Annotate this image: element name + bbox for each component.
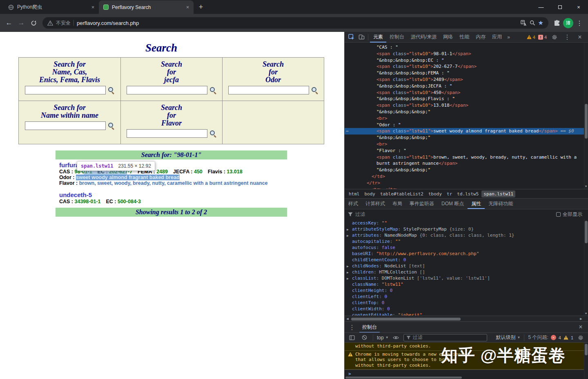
property-row[interactable]: ▶attributes: NamedNodeMap {0: class, cla… [345, 232, 588, 238]
devtools-tab-1[interactable]: 控制台 [386, 32, 408, 43]
dom-line[interactable]: "Odor : " [345, 122, 583, 128]
property-row[interactable]: contentEditable: "inherit" [345, 312, 588, 316]
scrollbar-thumb[interactable] [585, 104, 588, 139]
search-magnifier-icon[interactable] [209, 87, 216, 94]
back-button[interactable]: ← [3, 17, 15, 29]
devtools-menu-icon[interactable]: ⋮ [562, 32, 572, 42]
console-scrollbar[interactable] [584, 343, 588, 379]
elements-subtab-1[interactable]: 计算样式 [362, 199, 389, 209]
scrollbar-thumb[interactable] [585, 344, 588, 355]
property-row[interactable]: className: "lstw11" [345, 281, 588, 287]
extensions-icon[interactable] [552, 18, 562, 28]
property-row[interactable]: ▶children: HTMLCollection [] [345, 269, 588, 275]
breadcrumb-item[interactable]: td.lstw5 [455, 191, 481, 197]
address-bar[interactable]: 不安全 perflavory.com/search.php ★ [42, 17, 548, 29]
breadcrumb-item[interactable]: body [363, 191, 378, 197]
expand-arrow-icon[interactable]: ▶ [347, 269, 349, 276]
browser-tab-python[interactable]: Python爬虫 × [4, 0, 99, 14]
context-selector[interactable]: top▼ [377, 335, 389, 341]
drawer-close-icon[interactable]: × [576, 322, 586, 332]
scrollbar-thumb[interactable] [585, 221, 588, 243]
dom-line[interactable]: <span class="lstw10">13.018</span> [345, 102, 583, 109]
elements-subtab-0[interactable]: 样式 [345, 199, 362, 209]
property-row[interactable]: clientHeight: 0 [345, 287, 588, 294]
scroll-left-icon[interactable]: ◀ [345, 316, 350, 321]
dom-line[interactable]: <span class="lstw11">brown, sweet, woody… [345, 154, 583, 167]
tab-close-icon[interactable]: × [184, 4, 191, 11]
property-row[interactable]: baseURI: "http://www.perflavory.com/sear… [345, 251, 588, 257]
elements-subtab-2[interactable]: 布局 [389, 199, 406, 209]
browser-tab-perflavory[interactable]: Perflavory Search × [99, 0, 194, 14]
forward-button[interactable]: → [16, 17, 27, 29]
device-toolbar-icon[interactable] [356, 32, 366, 42]
scroll-down-icon[interactable]: ▼ [584, 312, 588, 316]
devtools-close-icon[interactable]: × [575, 32, 585, 42]
scroll-right-icon[interactable]: ▶ [578, 316, 584, 321]
show-all-toggle[interactable]: 全部显示 [556, 211, 585, 218]
zoom-icon[interactable] [530, 20, 535, 26]
property-row[interactable]: ▶classList: DOMTokenList ['lstw11', valu… [345, 275, 588, 281]
dom-line[interactable]: ⋯<span class="lstw11">sweet woody almond… [345, 128, 588, 135]
dom-line[interactable]: </td> [345, 173, 583, 180]
elements-subtab-6[interactable]: 无障碍功能 [485, 199, 517, 209]
tab-close-icon[interactable]: × [89, 4, 96, 11]
devtools-tab-3[interactable]: 网络 [440, 32, 456, 43]
scrollbar-thumb[interactable] [351, 318, 461, 321]
warnings-counter[interactable]: 4 [527, 35, 535, 40]
devtools-tab-6[interactable]: 应用 [489, 32, 505, 43]
properties-hscrollbar[interactable]: ◀ ▶ [345, 316, 588, 321]
property-row[interactable]: clientWidth: 0 [345, 306, 588, 312]
bookmark-star-icon[interactable]: ★ [538, 19, 543, 27]
new-tab-button[interactable]: + [195, 1, 207, 13]
search-magnifier-icon[interactable] [209, 130, 216, 137]
log-level-selector[interactable]: 默认级别▼ [496, 334, 520, 341]
search-magnifier-icon[interactable] [311, 87, 318, 94]
dom-line[interactable]: <br> [345, 141, 583, 148]
dom-line[interactable]: <span class="lstw10">202-627-7</span> [345, 63, 583, 70]
dom-line[interactable]: "&nbsp;&nbsp;&nbsp;Flavis : " [345, 96, 583, 102]
issues-counter[interactable]: ! 4 [538, 35, 547, 40]
property-row[interactable]: childElementCount: 0 [345, 257, 588, 263]
dom-line[interactable]: <span class="lstw10">2489</span> [345, 76, 583, 83]
url-text[interactable]: perflavory.com/search.php [77, 20, 518, 26]
elements-subtab-4[interactable]: DOM 断点 [438, 199, 468, 209]
properties-scrollbar[interactable]: ▼ [584, 219, 588, 316]
inspect-element-icon[interactable] [346, 32, 356, 42]
property-row[interactable]: clientTop: 0 [345, 300, 588, 306]
console-drawer-tab[interactable]: 控制台 [359, 322, 380, 333]
dom-line[interactable]: "&nbsp;&nbsp;&nbsp;EC : " [345, 57, 583, 64]
console-issues-link[interactable]: 5 个问题: [528, 334, 548, 341]
property-row[interactable]: accessKey: "" [345, 220, 588, 226]
breadcrumb-item[interactable]: span.lstw11 [481, 191, 515, 197]
console-filter-input[interactable]: 过滤 [403, 334, 487, 341]
dom-line[interactable]: "&nbsp;&nbsp;&nbsp;" [345, 109, 583, 115]
breadcrumb-item[interactable]: tbody [426, 191, 444, 197]
drawer-menu-icon[interactable]: ⋮ [347, 322, 357, 332]
devtools-tab-4[interactable]: 性能 [456, 32, 472, 43]
checkbox-icon[interactable] [556, 212, 561, 217]
search-input-1[interactable] [127, 86, 207, 94]
elements-subtab-5[interactable]: 属性 [468, 199, 485, 209]
search-input-4[interactable] [127, 129, 207, 138]
search-input-2[interactable] [228, 86, 309, 94]
devtools-settings-icon[interactable] [550, 32, 559, 42]
expand-arrow-icon[interactable]: ▶ [347, 233, 349, 239]
maximize-button[interactable] [550, 0, 569, 14]
search-input-0[interactable] [25, 86, 106, 94]
devtools-tab-5[interactable]: 内存 [472, 32, 489, 43]
more-tabs-icon[interactable]: » [506, 34, 512, 40]
minimize-button[interactable]: — [532, 0, 550, 14]
scroll-down-icon[interactable]: ▼ [584, 185, 588, 189]
scrollbar-thumb[interactable] [345, 377, 462, 379]
dom-line[interactable]: <span class="lstw10">450</span> [345, 90, 583, 96]
dom-line[interactable]: <br> [345, 115, 583, 122]
expand-arrow-icon[interactable]: ▶ [347, 276, 349, 282]
result-link-undeceth[interactable]: undeceth-5 [59, 191, 92, 198]
reload-button[interactable] [28, 17, 39, 29]
line-menu-icon[interactable]: ⋯ [346, 128, 348, 135]
close-window-button[interactable]: × [569, 0, 588, 14]
dom-line[interactable]: <span class="lstw10">98-01-1</span> [345, 51, 583, 57]
browser-menu-icon[interactable]: ⋮ [574, 18, 585, 28]
search-magnifier-icon[interactable] [108, 87, 115, 94]
profile-avatar[interactable]: 洁 [563, 18, 573, 28]
